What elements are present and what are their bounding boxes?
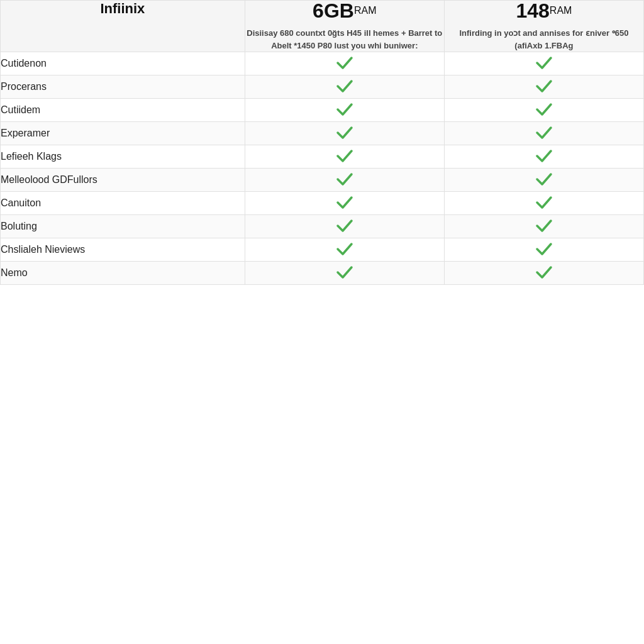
- feature-check-col1-f7: [245, 192, 444, 215]
- feature-name-f10: Nemo: [1, 262, 245, 285]
- brand-title: Infiinix: [100, 1, 145, 16]
- feature-check-col2-f7: [444, 192, 643, 215]
- feature-row-f10: Nemo: [1, 262, 644, 285]
- col1-description: Disiisay 680 countxt 0ğts H45 ill hemes …: [245, 27, 444, 52]
- checkmark-icon: [335, 52, 355, 72]
- checkmark-icon: [335, 169, 355, 189]
- feature-check-col2-f8: [444, 215, 643, 238]
- checkmark-icon: [534, 122, 554, 142]
- column-1-header: 6GBRAM Disiisay 680 countxt 0ğts H45 ill…: [245, 1, 444, 52]
- feature-check-col1-f8: [245, 215, 444, 238]
- column-2-header: 148RAM Infirding in yoɔt and annises for…: [444, 1, 643, 52]
- feature-row-f2: Procerans: [1, 75, 644, 99]
- feature-row-f9: Chslialeh Nieviews: [1, 238, 644, 262]
- checkmark-icon: [534, 145, 554, 165]
- checkmark-icon: [534, 215, 554, 235]
- feature-check-col2-f5: [444, 145, 643, 169]
- checkmark-icon: [335, 192, 355, 212]
- feature-row-f6: Melleolood GDFullors: [1, 169, 644, 192]
- feature-row-f4: Experamer: [1, 122, 644, 145]
- feature-row-f3: Cutiidem: [1, 99, 644, 122]
- feature-name-f3: Cutiidem: [1, 99, 245, 122]
- feature-row-f5: Lefieeh Klags: [1, 145, 644, 169]
- checkmark-icon: [335, 262, 355, 282]
- feature-row-f8: Boluting: [1, 215, 644, 238]
- checkmark-icon: [534, 169, 554, 189]
- feature-check-col1-f10: [245, 262, 444, 285]
- feature-name-f9: Chslialeh Nieviews: [1, 238, 245, 262]
- col1-title-suffix: RAM: [354, 5, 377, 16]
- checkmark-icon: [335, 145, 355, 165]
- feature-check-col1-f3: [245, 99, 444, 122]
- feature-name-f7: Canuiton: [1, 192, 245, 215]
- col1-title: 6GB: [313, 0, 354, 22]
- feature-check-col1-f4: [245, 122, 444, 145]
- checkmark-icon: [534, 262, 554, 282]
- comparison-table: Infiinix 6GBRAM Disiisay 680 countxt 0ğt…: [0, 0, 644, 285]
- feature-name-f6: Melleolood GDFullors: [1, 169, 245, 192]
- feature-check-col2-f10: [444, 262, 643, 285]
- feature-name-f1: Cutidenon: [1, 52, 245, 75]
- feature-check-col1-f5: [245, 145, 444, 169]
- col2-title: 148: [516, 0, 549, 22]
- feature-check-col1-f1: [245, 52, 444, 75]
- checkmark-icon: [534, 192, 554, 212]
- feature-check-col2-f6: [444, 169, 643, 192]
- feature-row-f7: Canuiton: [1, 192, 644, 215]
- feature-check-col2-f1: [444, 52, 643, 75]
- feature-name-f2: Procerans: [1, 75, 245, 99]
- col2-title-container: 148RAM: [445, 1, 643, 21]
- checkmark-icon: [335, 215, 355, 235]
- feature-check-col1-f6: [245, 169, 444, 192]
- brand-header: Infiinix: [1, 1, 245, 52]
- feature-check-col2-f3: [444, 99, 643, 122]
- checkmark-icon: [534, 238, 554, 258]
- checkmark-icon: [335, 75, 355, 96]
- feature-row-f1: Cutidenon: [1, 52, 644, 75]
- checkmark-icon: [335, 99, 355, 119]
- checkmark-icon: [335, 122, 355, 142]
- checkmark-icon: [335, 238, 355, 258]
- feature-name-f4: Experamer: [1, 122, 245, 145]
- header-row: Infiinix 6GBRAM Disiisay 680 countxt 0ğt…: [1, 1, 644, 52]
- feature-check-col1-f9: [245, 238, 444, 262]
- col2-description: Infirding in yoɔt and annises for ɛniver…: [445, 27, 643, 52]
- checkmark-icon: [534, 75, 554, 96]
- feature-check-col2-f9: [444, 238, 643, 262]
- checkmark-icon: [534, 52, 554, 72]
- feature-check-col1-f2: [245, 75, 444, 99]
- feature-name-f5: Lefieeh Klags: [1, 145, 245, 169]
- col1-title-container: 6GBRAM: [245, 1, 444, 21]
- checkmark-icon: [534, 99, 554, 119]
- col2-title-suffix: RAM: [550, 5, 572, 16]
- feature-check-col2-f4: [444, 122, 643, 145]
- feature-check-col2-f2: [444, 75, 643, 99]
- features-body: Cutidenon Procerans Cutiidem Experamer L…: [1, 52, 644, 285]
- feature-name-f8: Boluting: [1, 215, 245, 238]
